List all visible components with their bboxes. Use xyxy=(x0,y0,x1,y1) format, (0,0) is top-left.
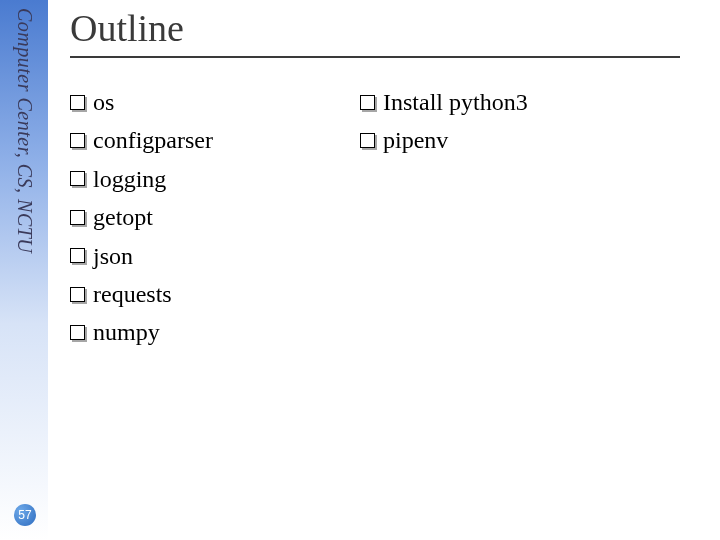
square-bullet-icon xyxy=(70,133,85,148)
list-item-label: configparser xyxy=(93,124,213,156)
page-number-badge: 57 xyxy=(14,504,36,526)
square-bullet-icon xyxy=(70,287,85,302)
list-item-label: Install python3 xyxy=(383,86,528,118)
list-item: getopt xyxy=(70,201,360,233)
list-item: os xyxy=(70,86,360,118)
square-bullet-icon xyxy=(70,171,85,186)
square-bullet-icon xyxy=(70,210,85,225)
sidebar-org-text: Computer Center, CS, NCTU xyxy=(13,8,36,253)
list-item-label: logging xyxy=(93,163,166,195)
list-item-label: requests xyxy=(93,278,172,310)
list-item: numpy xyxy=(70,316,360,348)
list-item: Install python3 xyxy=(360,86,660,118)
square-bullet-icon xyxy=(70,95,85,110)
list-item-label: os xyxy=(93,86,114,118)
square-bullet-icon xyxy=(70,248,85,263)
outline-column-right: Install python3 pipenv xyxy=(360,86,660,355)
slide-title: Outline xyxy=(70,6,720,50)
square-bullet-icon xyxy=(70,325,85,340)
list-item: json xyxy=(70,240,360,272)
square-bullet-icon xyxy=(360,95,375,110)
title-rule xyxy=(70,56,680,58)
list-item: requests xyxy=(70,278,360,310)
list-item: logging xyxy=(70,163,360,195)
outline-column-left: os configparser logging getopt json requ… xyxy=(70,86,360,355)
list-item-label: numpy xyxy=(93,316,160,348)
slide-content: Outline os configparser logging getopt j xyxy=(70,0,720,540)
list-item: configparser xyxy=(70,124,360,156)
list-item-label: pipenv xyxy=(383,124,448,156)
list-item-label: json xyxy=(93,240,133,272)
list-item-label: getopt xyxy=(93,201,153,233)
square-bullet-icon xyxy=(360,133,375,148)
outline-columns: os configparser logging getopt json requ… xyxy=(70,86,720,355)
sidebar: Computer Center, CS, NCTU xyxy=(0,0,48,540)
list-item: pipenv xyxy=(360,124,660,156)
